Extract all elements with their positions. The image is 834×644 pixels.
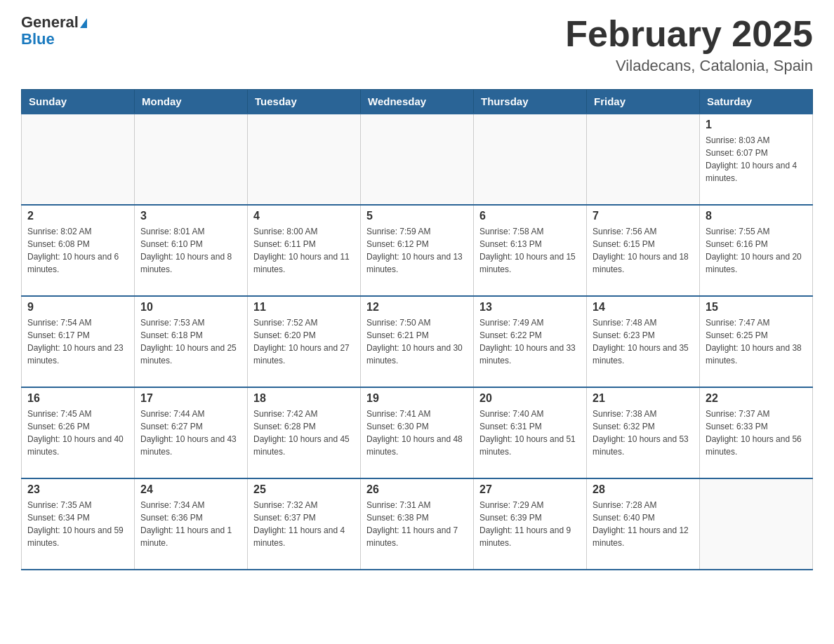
logo: General Blue xyxy=(21,14,87,48)
day-info: Sunrise: 7:55 AMSunset: 6:16 PMDaylight:… xyxy=(706,225,807,276)
calendar-table: SundayMondayTuesdayWednesdayThursdayFrid… xyxy=(21,89,813,570)
day-number: 12 xyxy=(366,301,468,314)
day-number: 14 xyxy=(593,301,694,314)
day-info: Sunrise: 7:54 AMSunset: 6:17 PMDaylight:… xyxy=(27,316,128,367)
day-info: Sunrise: 7:48 AMSunset: 6:23 PMDaylight:… xyxy=(593,316,694,367)
day-number: 23 xyxy=(27,483,128,496)
day-number: 7 xyxy=(593,210,694,222)
calendar-cell: 24Sunrise: 7:34 AMSunset: 6:36 PMDayligh… xyxy=(135,478,248,570)
calendar-week-2: 2Sunrise: 8:02 AMSunset: 6:08 PMDaylight… xyxy=(22,205,813,296)
calendar-cell: 9Sunrise: 7:54 AMSunset: 6:17 PMDaylight… xyxy=(22,296,135,387)
calendar-week-5: 23Sunrise: 7:35 AMSunset: 6:34 PMDayligh… xyxy=(22,478,813,570)
calendar-cell: 26Sunrise: 7:31 AMSunset: 6:38 PMDayligh… xyxy=(361,478,474,570)
weekday-header-row: SundayMondayTuesdayWednesdayThursdayFrid… xyxy=(22,90,813,114)
day-info: Sunrise: 7:52 AMSunset: 6:20 PMDaylight:… xyxy=(253,316,355,367)
day-number: 9 xyxy=(27,301,128,314)
calendar-cell: 4Sunrise: 8:00 AMSunset: 6:11 PMDaylight… xyxy=(248,205,361,296)
month-title: February 2025 xyxy=(565,14,813,54)
day-number: 28 xyxy=(593,483,694,496)
logo-blue-text: Blue xyxy=(21,31,87,48)
day-info: Sunrise: 7:31 AMSunset: 6:38 PMDaylight:… xyxy=(366,499,468,549)
day-info: Sunrise: 8:00 AMSunset: 6:11 PMDaylight:… xyxy=(253,225,355,276)
calendar-cell: 1Sunrise: 8:03 AMSunset: 6:07 PMDaylight… xyxy=(700,114,813,205)
calendar-cell xyxy=(135,114,248,205)
day-number: 21 xyxy=(593,392,694,405)
calendar-cell: 21Sunrise: 7:38 AMSunset: 6:32 PMDayligh… xyxy=(587,387,700,478)
day-number: 15 xyxy=(706,301,807,314)
weekday-header-wednesday: Wednesday xyxy=(361,90,474,114)
weekday-header-friday: Friday xyxy=(587,90,700,114)
calendar-cell: 15Sunrise: 7:47 AMSunset: 6:25 PMDayligh… xyxy=(700,296,813,387)
day-number: 4 xyxy=(253,210,355,222)
calendar-cell: 3Sunrise: 8:01 AMSunset: 6:10 PMDaylight… xyxy=(135,205,248,296)
calendar-cell xyxy=(361,114,474,205)
calendar-cell xyxy=(587,114,700,205)
calendar-cell: 5Sunrise: 7:59 AMSunset: 6:12 PMDaylight… xyxy=(361,205,474,296)
day-number: 13 xyxy=(479,301,581,314)
day-info: Sunrise: 7:49 AMSunset: 6:22 PMDaylight:… xyxy=(479,316,581,367)
calendar-cell: 13Sunrise: 7:49 AMSunset: 6:22 PMDayligh… xyxy=(474,296,587,387)
calendar-cell: 22Sunrise: 7:37 AMSunset: 6:33 PMDayligh… xyxy=(700,387,813,478)
weekday-header-sunday: Sunday xyxy=(22,90,135,114)
day-info: Sunrise: 7:34 AMSunset: 6:36 PMDaylight:… xyxy=(140,499,241,549)
day-number: 8 xyxy=(706,210,807,222)
calendar-cell: 6Sunrise: 7:58 AMSunset: 6:13 PMDaylight… xyxy=(474,205,587,296)
calendar-cell: 16Sunrise: 7:45 AMSunset: 6:26 PMDayligh… xyxy=(22,387,135,478)
calendar-cell: 25Sunrise: 7:32 AMSunset: 6:37 PMDayligh… xyxy=(248,478,361,570)
weekday-header-saturday: Saturday xyxy=(700,90,813,114)
day-number: 17 xyxy=(140,392,241,405)
day-info: Sunrise: 7:58 AMSunset: 6:13 PMDaylight:… xyxy=(479,225,581,276)
day-info: Sunrise: 7:44 AMSunset: 6:27 PMDaylight:… xyxy=(140,408,241,458)
calendar-cell: 20Sunrise: 7:40 AMSunset: 6:31 PMDayligh… xyxy=(474,387,587,478)
weekday-header-monday: Monday xyxy=(135,90,248,114)
day-info: Sunrise: 7:53 AMSunset: 6:18 PMDaylight:… xyxy=(140,316,241,367)
day-number: 5 xyxy=(366,210,468,222)
calendar-cell: 12Sunrise: 7:50 AMSunset: 6:21 PMDayligh… xyxy=(361,296,474,387)
day-info: Sunrise: 8:02 AMSunset: 6:08 PMDaylight:… xyxy=(27,225,128,276)
page-header: General Blue February 2025 Viladecans, C… xyxy=(21,14,813,75)
calendar-cell: 2Sunrise: 8:02 AMSunset: 6:08 PMDaylight… xyxy=(22,205,135,296)
day-number: 2 xyxy=(27,210,128,222)
day-number: 18 xyxy=(253,392,355,405)
day-info: Sunrise: 7:59 AMSunset: 6:12 PMDaylight:… xyxy=(366,225,468,276)
day-number: 22 xyxy=(706,392,807,405)
day-info: Sunrise: 7:32 AMSunset: 6:37 PMDaylight:… xyxy=(253,499,355,549)
calendar-cell: 28Sunrise: 7:28 AMSunset: 6:40 PMDayligh… xyxy=(587,478,700,570)
day-info: Sunrise: 8:03 AMSunset: 6:07 PMDaylight:… xyxy=(706,134,807,185)
calendar-week-4: 16Sunrise: 7:45 AMSunset: 6:26 PMDayligh… xyxy=(22,387,813,478)
day-number: 24 xyxy=(140,483,241,496)
day-number: 11 xyxy=(253,301,355,314)
day-info: Sunrise: 7:35 AMSunset: 6:34 PMDaylight:… xyxy=(27,499,128,549)
day-number: 16 xyxy=(27,392,128,405)
title-area: February 2025 Viladecans, Catalonia, Spa… xyxy=(565,14,813,75)
day-number: 19 xyxy=(366,392,468,405)
calendar-cell: 19Sunrise: 7:41 AMSunset: 6:30 PMDayligh… xyxy=(361,387,474,478)
weekday-header-thursday: Thursday xyxy=(474,90,587,114)
day-number: 6 xyxy=(479,210,581,222)
calendar-cell xyxy=(700,478,813,570)
calendar-cell xyxy=(474,114,587,205)
day-info: Sunrise: 7:40 AMSunset: 6:31 PMDaylight:… xyxy=(479,408,581,458)
logo-general-text: General xyxy=(21,13,79,31)
day-info: Sunrise: 8:01 AMSunset: 6:10 PMDaylight:… xyxy=(140,225,241,276)
calendar-cell: 11Sunrise: 7:52 AMSunset: 6:20 PMDayligh… xyxy=(248,296,361,387)
day-info: Sunrise: 7:38 AMSunset: 6:32 PMDaylight:… xyxy=(593,408,694,458)
day-info: Sunrise: 7:29 AMSunset: 6:39 PMDaylight:… xyxy=(479,499,581,549)
day-info: Sunrise: 7:47 AMSunset: 6:25 PMDaylight:… xyxy=(706,316,807,367)
day-number: 26 xyxy=(366,483,468,496)
day-info: Sunrise: 7:42 AMSunset: 6:28 PMDaylight:… xyxy=(253,408,355,458)
day-info: Sunrise: 7:56 AMSunset: 6:15 PMDaylight:… xyxy=(593,225,694,276)
day-info: Sunrise: 7:28 AMSunset: 6:40 PMDaylight:… xyxy=(593,499,694,549)
location-subtitle: Viladecans, Catalonia, Spain xyxy=(565,57,813,75)
calendar-cell: 10Sunrise: 7:53 AMSunset: 6:18 PMDayligh… xyxy=(135,296,248,387)
calendar-cell: 18Sunrise: 7:42 AMSunset: 6:28 PMDayligh… xyxy=(248,387,361,478)
day-number: 25 xyxy=(253,483,355,496)
day-info: Sunrise: 7:50 AMSunset: 6:21 PMDaylight:… xyxy=(366,316,468,367)
logo-triangle-icon xyxy=(80,18,87,28)
calendar-cell: 27Sunrise: 7:29 AMSunset: 6:39 PMDayligh… xyxy=(474,478,587,570)
day-info: Sunrise: 7:41 AMSunset: 6:30 PMDaylight:… xyxy=(366,408,468,458)
calendar-week-1: 1Sunrise: 8:03 AMSunset: 6:07 PMDaylight… xyxy=(22,114,813,205)
day-number: 20 xyxy=(479,392,581,405)
day-number: 10 xyxy=(140,301,241,314)
day-number: 3 xyxy=(140,210,241,222)
